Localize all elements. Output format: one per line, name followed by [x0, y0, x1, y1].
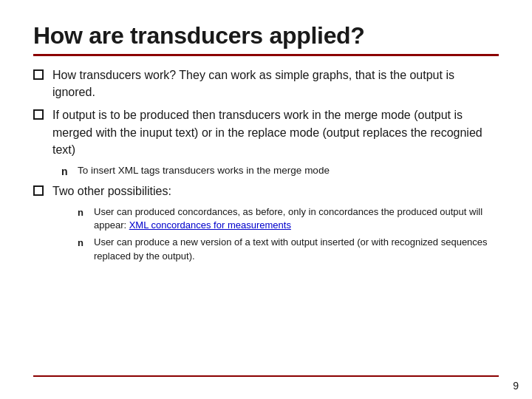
bullet-square-3	[33, 185, 44, 196]
sub-bullet-n-3-1: n	[78, 207, 89, 218]
bottom-line	[33, 375, 499, 377]
sub-bullet-n-2-1: n	[61, 166, 73, 177]
bullet-text-1: How transducers work? They can work as s…	[52, 66, 499, 100]
sub-bullet-3-2: n User can produce a new version of a te…	[78, 236, 499, 262]
sub-bullet-2-1: n To insert XML tags transducers works i…	[61, 164, 499, 178]
sub-bullet-text-3-2: User can produce a new version of a text…	[94, 236, 499, 262]
sub-bullet-text-3-1: User can produced concordances, as befor…	[94, 205, 499, 232]
sub-bullet-text-2-1: To insert XML tags transducers works in …	[78, 164, 330, 178]
slide-content: How transducers work? They can work as s…	[33, 66, 499, 375]
bullet-square-2	[33, 109, 44, 120]
sub-bullet-3-1: n User can produced concordances, as bef…	[78, 205, 499, 232]
slide-title: How are transducers applied?	[33, 22, 499, 50]
page-number: 9	[513, 380, 519, 392]
bullet-text-3: Two other possibilities:	[52, 183, 171, 200]
bullet-item-2: If output is to be produced then transdu…	[33, 106, 499, 158]
bullet-item-1: How transducers work? They can work as s…	[33, 66, 499, 100]
slide: How are transducers applied? How transdu…	[0, 0, 532, 399]
title-underline	[33, 54, 499, 56]
xml-concordances-link[interactable]: XML concordances for measurements	[129, 219, 291, 231]
sub-bullet-n-3-2: n	[78, 237, 89, 248]
bullet-text-2: If output is to be produced then transdu…	[52, 106, 499, 158]
bullet-item-3: Two other possibilities:	[33, 183, 499, 200]
bullet-square-1	[33, 69, 44, 80]
